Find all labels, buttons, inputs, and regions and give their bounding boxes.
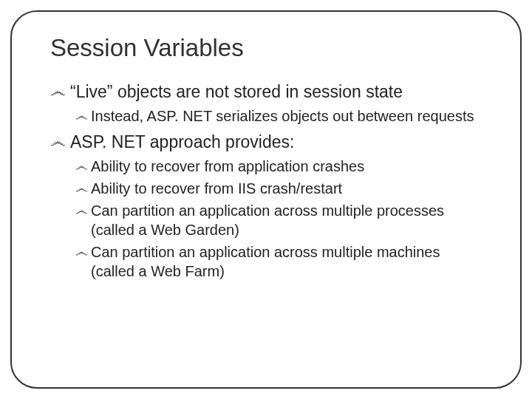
bullet-level2: ෴ Can partition an application across mu…	[75, 201, 482, 239]
swirl-bullet-icon: ෴	[75, 179, 88, 198]
bullet-level1: ෴ “Live” objects are not stored in sessi…	[50, 81, 482, 102]
swirl-bullet-icon: ෴	[75, 157, 88, 176]
slide-title: Session Variables	[50, 34, 482, 62]
bullet-level2: ෴ Ability to recover from application cr…	[75, 157, 482, 176]
bullet-text: Can partition an application across mult…	[91, 242, 482, 281]
bullet-level2: ෴ Ability to recover from IIS crash/rest…	[75, 179, 482, 198]
swirl-bullet-icon: ෴	[75, 242, 88, 262]
bullet-text: Can partition an application across mult…	[91, 201, 482, 239]
swirl-bullet-icon: ෴	[75, 201, 88, 220]
bullet-text: ASP. NET approach provides:	[70, 132, 294, 152]
bullet-text: “Live” objects are not stored in session…	[70, 81, 403, 102]
bullet-level2: ෴ Instead, ASP. NET serializes objects o…	[75, 106, 482, 126]
slide-frame: Session Variables ෴ “Live” objects are n…	[10, 10, 522, 389]
bullet-level2: ෴ Can partition an application across mu…	[75, 242, 482, 281]
bullet-text: Instead, ASP. NET serializes objects out…	[91, 106, 474, 126]
bullet-level1: ෴ ASP. NET approach provides:	[50, 132, 482, 152]
bullet-text: Ability to recover from application cras…	[91, 157, 364, 176]
swirl-bullet-icon: ෴	[75, 106, 88, 126]
swirl-bullet-icon: ෴	[50, 81, 66, 102]
bullet-text: Ability to recover from IIS crash/restar…	[91, 179, 342, 198]
swirl-bullet-icon: ෴	[50, 132, 66, 152]
